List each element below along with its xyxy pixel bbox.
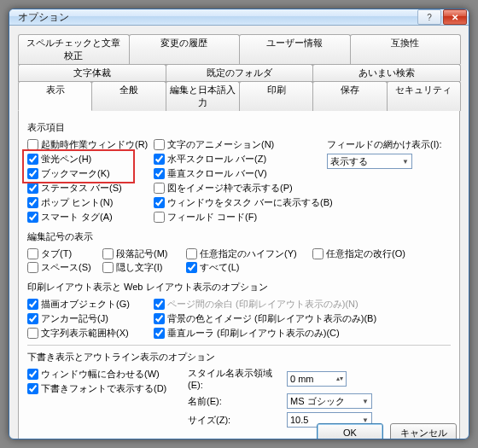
show-c2-0-checkbox[interactable] [154,139,165,150]
marks-r2-2[interactable]: すべて(L) [186,260,306,274]
marks-r1-3[interactable]: 任意指定の改行(O) [312,247,451,260]
close-button[interactable]: ✕ [443,9,467,25]
draft-row-control-1[interactable]: MS ゴシック▼ [287,393,372,409]
marks-r2-0[interactable]: スペース(S) [27,260,96,274]
titlebar: オプション ? ✕ [9,9,469,26]
marks-r2-1-checkbox[interactable] [102,262,114,273]
marks-r2-2-label: すべて(L) [200,261,239,274]
draft-row-value-0: 0 mm [290,374,314,384]
show-col1: 起動時作業ウィンドウ(R)蛍光ペン(H)ブックマーク(K)ステータス バー(S)… [27,137,147,224]
show-c1-5-label: スマート タグ(A) [41,211,113,224]
marks-r2-1[interactable]: 隠し文字(I) [102,260,179,274]
tab-trackchanges[interactable]: 変更の履歴 [129,34,241,64]
layout-c2-2-checkbox[interactable] [154,328,165,339]
show-c2-3[interactable]: 図をイメージ枠で表示する(P) [154,181,320,195]
help-button[interactable]: ? [417,9,441,25]
layout-c1-2-checkbox[interactable] [27,328,38,339]
marks-r1-2-checkbox[interactable] [186,248,197,259]
tab-compatibility[interactable]: 互換性 [350,34,462,64]
draft-left-1-checkbox[interactable] [27,383,38,394]
show-c2-5-checkbox[interactable] [154,212,165,223]
marks-r1-1[interactable]: 段落記号(M) [102,247,179,260]
marks-r1-2-label: 任意指定のハイフン(Y) [200,247,297,260]
close-icon: ✕ [452,13,458,22]
marks-r2-0-label: スペース(S) [41,261,91,274]
marks-r1-0[interactable]: タブ(T) [27,247,96,260]
window-title: オプション [18,10,416,25]
layout-c1-0[interactable]: 描画オブジェクト(G) [27,297,147,311]
show-c2-5-label: フィールド コード(F) [167,211,257,224]
layout-c1-1[interactable]: アンカー記号(J) [27,311,147,325]
layout-c1-2[interactable]: 文字列表示範囲枠(X) [27,326,147,340]
marks-r1-2[interactable]: 任意指定のハイフン(Y) [186,247,306,260]
draft-left-1[interactable]: 下書きフォントで表示する(D) [27,381,181,395]
marks-r2-0-checkbox[interactable] [27,262,38,273]
marks-r1-0-checkbox[interactable] [27,248,38,259]
layout-c1-0-checkbox[interactable] [27,299,38,310]
tab-row-1: スペルチェックと文章校正 変更の履歴 ユーザー情報 互換性 [18,34,460,65]
section-show-label: 表示項目 [27,121,451,134]
layout-c2-1[interactable]: 背景の色とイメージ (印刷レイアウト表示のみ)(B) [154,311,451,325]
tab-userinfo[interactable]: ユーザー情報 [239,34,351,64]
show-c2-4-label: ウィンドウをタスク バーに表示する(B) [167,196,333,209]
tab-fuzzysearch[interactable]: あいまい検索 [312,64,461,81]
tab-general[interactable]: 全般 [91,81,166,111]
tab-filelocations[interactable]: 既定のフォルダ [166,64,314,81]
show-c1-4[interactable]: ポップ ヒント(N) [27,195,147,209]
marks-r1-1-checkbox[interactable] [102,248,114,259]
draft-row-0: スタイル名表示領域(E):0 mm▴▾ [188,367,451,390]
show-c1-3[interactable]: ステータス バー(S) [27,181,147,195]
show-c1-3-checkbox[interactable] [27,183,38,194]
show-c1-3-label: ステータス バー(S) [41,182,122,195]
show-c1-5[interactable]: スマート タグ(A) [27,210,147,224]
show-c2-1-checkbox[interactable] [154,154,165,165]
layout-c2-0[interactable]: ページ間の余白 (印刷レイアウト表示のみ)(N) [154,297,451,311]
show-c1-1[interactable]: 蛍光ペン(H) [27,152,147,166]
cancel-button[interactable]: キャンセル [390,423,457,439]
show-c1-5-checkbox[interactable] [27,212,38,223]
show-c2-4[interactable]: ウィンドウをタスク バーに表示する(B) [154,195,320,209]
layout-c1-1-checkbox[interactable] [27,313,38,324]
show-c1-2-checkbox[interactable] [27,168,38,179]
show-c2-0[interactable]: 文字のアニメーション(N) [154,137,320,151]
tab-print[interactable]: 印刷 [239,81,313,111]
show-c1-4-checkbox[interactable] [27,197,38,208]
show-c2-3-checkbox[interactable] [154,183,165,194]
tab-spellcheck[interactable]: スペルチェックと文章校正 [18,34,130,64]
layout-c2-2[interactable]: 垂直ルーラ (印刷レイアウト表示のみ)(C) [154,326,451,340]
separator [27,345,451,346]
layout-c2-1-checkbox[interactable] [154,313,165,324]
show-c2-2-checkbox[interactable] [154,168,165,179]
draft-left-0-label: ウィンドウ幅に合わせる(W) [41,368,160,381]
show-c1-0-checkbox[interactable] [27,139,38,150]
show-c2-4-checkbox[interactable] [154,197,165,208]
spinner-icon: ▴▾ [336,375,343,382]
layout-c2-0-checkbox[interactable] [154,299,165,310]
layout-c2-2-label: 垂直ルーラ (印刷レイアウト表示のみ)(C) [167,327,340,340]
tab-security[interactable]: セキュリティ [387,81,461,111]
show-c2-2[interactable]: 垂直スクロール バー(V) [154,166,320,180]
show-c2-0-label: 文字のアニメーション(N) [167,138,274,151]
marks-r2-2-checkbox[interactable] [186,262,197,273]
draft-row-control-0[interactable]: 0 mm▴▾ [287,371,347,387]
show-c1-0[interactable]: 起動時作業ウィンドウ(R) [27,137,147,151]
tab-view[interactable]: 表示 [18,81,92,111]
dropdown-icon: ▼ [402,158,409,166]
ok-button[interactable]: OK [317,423,383,439]
show-c2-1[interactable]: 水平スクロール バー(Z) [154,152,320,166]
tab-typography[interactable]: 文字体裁 [18,64,166,81]
field-shading-combo[interactable]: 表示する ▼ [327,154,412,169]
tab-edit[interactable]: 編集と日本語入力 [166,81,240,111]
show-c2-5[interactable]: フィールド コード(F) [154,210,320,224]
tab-row-2: 文字体裁 既定のフォルダ あいまい検索 [18,64,460,82]
show-c1-1-checkbox[interactable] [27,154,38,165]
marks-r1-3-checkbox[interactable] [312,248,324,259]
show-c1-2[interactable]: ブックマーク(K) [27,166,147,180]
layout-c1-1-label: アンカー記号(J) [41,312,108,325]
draft-left-0[interactable]: ウィンドウ幅に合わせる(W) [27,367,181,381]
tab-save[interactable]: 保存 [312,81,387,111]
draft-left-0-checkbox[interactable] [27,369,38,380]
tab-row-3: 表示 全般 編集と日本語入力 印刷 保存 セキュリティ [18,81,460,112]
section-marks-label: 編集記号の表示 [27,230,451,243]
section-draft-label: 下書き表示とアウトライン表示のオプション [27,351,451,364]
